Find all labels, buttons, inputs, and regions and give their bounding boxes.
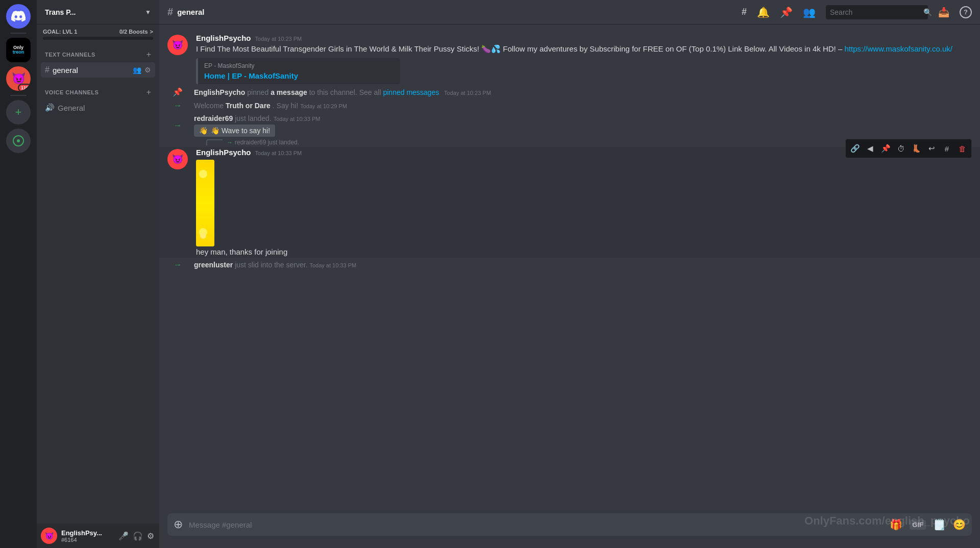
channel-name-general: general: [53, 66, 130, 74]
add-server-button[interactable]: +: [6, 100, 31, 124]
sticker-button[interactable]: 🗒️: [933, 518, 946, 531]
action-kick-button[interactable]: 👢: [909, 141, 923, 156]
gif-image: [196, 160, 214, 246]
add-channel-button[interactable]: +: [146, 50, 151, 59]
help-icon[interactable]: ?: [960, 6, 972, 18]
members-icon[interactable]: 👥: [803, 6, 816, 18]
message-group-5: 😈 EnglishPsycho Today at 10:33 PM hey ma…: [159, 147, 980, 258]
search-box[interactable]: 🔍: [826, 5, 928, 19]
explore-button[interactable]: [6, 129, 31, 153]
topbar-channel: # general: [167, 6, 204, 18]
voice-channels-section: VOICE CHANNELS + 🔊 General: [37, 82, 159, 115]
system-join-icon-3: →: [167, 260, 188, 269]
server-sidebar: Only treon 😈 119 +: [0, 0, 37, 548]
wave-label: 👋 Wave to say hi!: [211, 127, 270, 135]
gift-button[interactable]: 🎁: [890, 518, 902, 531]
embed-title-1: Home | EP - MaskofSanity: [204, 71, 394, 80]
message-group-1: 😈 EnglishPsycho Today at 10:23 PM I Find…: [159, 33, 980, 85]
message-author-1[interactable]: EnglishPsycho: [196, 34, 251, 42]
server-header-chevron: ▼: [145, 9, 151, 16]
server-name: Trans P...: [45, 8, 145, 16]
message-link-1[interactable]: https://www.maskofsanity.co.uk/: [844, 44, 952, 53]
system-join-truth-or-dare: → Welcome Truth or Dare . Say hi! Today …: [159, 99, 980, 112]
voice-channel-general[interactable]: 🔊 General: [41, 100, 155, 115]
channel-item-general[interactable]: # general 👥 ⚙: [41, 62, 155, 78]
text-channels-section: TEXT CHANNELS + # general 👥 ⚙: [37, 44, 159, 78]
topbar-icons: # 🔔 📌 👥 🔍 📥 ?: [742, 5, 972, 19]
pin-icon[interactable]: 📌: [780, 6, 793, 18]
search-input[interactable]: [830, 8, 919, 16]
bell-icon[interactable]: 🔔: [757, 6, 770, 18]
channel-hash-icon: #: [45, 65, 50, 74]
voice-channel-icon: 🔊: [45, 103, 55, 112]
search-icon: 🔍: [923, 8, 932, 16]
topbar: # general # 🔔 📌 👥 🔍 📥 ?: [159, 0, 980, 24]
threads-icon[interactable]: #: [742, 7, 747, 17]
discord-home-icon[interactable]: [6, 4, 31, 29]
system-pin-message: 📌 EnglishPsycho pinned a message to this…: [159, 85, 980, 99]
input-actions: 🎁 GIF 🗒️ 😊: [890, 518, 966, 531]
boost-bar: GOAL: LVL 1 0/2 Boosts >: [37, 24, 159, 44]
mute-button[interactable]: 🎤: [117, 530, 130, 542]
user-settings-button[interactable]: ⚙: [146, 530, 155, 542]
onlytreon-server-icon[interactable]: Only treon: [6, 38, 31, 62]
username: EnglishPsy...: [61, 529, 113, 537]
main-area: # general # 🔔 📌 👥 🔍 📥 ? 😈 EnglishPsycho: [159, 0, 980, 548]
system-join-text-2: redraider69 just landed. Today at 10:33 …: [194, 114, 320, 137]
message-avatar-5[interactable]: 😈: [167, 149, 188, 169]
user-area: 😈 EnglishPsy... #6164 🎤 🎧 ⚙: [37, 524, 159, 548]
svg-point-1: [17, 139, 20, 142]
message-avatar-1[interactable]: 😈: [167, 35, 188, 55]
message-actions-toolbar: 🔗 ◀ 📌 ⏱ 👢 ↩ # 🗑: [845, 139, 972, 158]
voice-channel-name: General: [58, 104, 85, 112]
pin-message-text: a message: [271, 88, 307, 96]
message-author-5[interactable]: EnglishPsycho: [196, 148, 251, 157]
embed-1: EP - MaskofSanity Home | EP - MaskofSani…: [196, 58, 400, 84]
user-avatar[interactable]: 😈: [41, 528, 57, 544]
action-reply-back-button[interactable]: ◀: [863, 141, 877, 156]
attach-button[interactable]: ⊕: [174, 518, 183, 531]
deafen-button[interactable]: 🎧: [132, 530, 144, 542]
boost-goal-row: GOAL: LVL 1 0/2 Boosts >: [43, 29, 153, 35]
inbox-icon[interactable]: 📥: [938, 7, 949, 18]
action-tag-button[interactable]: #: [940, 141, 954, 156]
system-join-redraider69: → redraider69 just landed. Today at 10:3…: [159, 112, 980, 139]
gif-button[interactable]: GIF: [910, 520, 926, 530]
messages-area: 😈 EnglishPsycho Today at 10:23 PM I Find…: [159, 24, 980, 513]
message-timestamp-1: Today at 10:23 PM: [255, 36, 302, 42]
wave-button[interactable]: 👋 👋 Wave to say hi!: [194, 124, 275, 137]
server-header[interactable]: Trans P... ▼: [37, 0, 159, 24]
channel-actions: 👥 ⚙: [133, 66, 151, 74]
action-link-button[interactable]: 🔗: [848, 141, 862, 156]
onlytreon-logo: Only treon: [13, 45, 24, 55]
action-delete-button[interactable]: 🗑: [955, 141, 969, 156]
channel-members-icon[interactable]: 👥: [133, 66, 141, 74]
voice-channels-label: VOICE CHANNELS: [45, 89, 99, 95]
user-discriminator: #6164: [61, 537, 113, 543]
pinned-messages-link[interactable]: pinned messages: [383, 88, 439, 96]
voice-channels-category[interactable]: VOICE CHANNELS +: [41, 86, 155, 99]
add-voice-channel-button[interactable]: +: [146, 88, 151, 97]
action-pin-button[interactable]: 📌: [878, 141, 893, 156]
embed-link-1[interactable]: Home | EP - MaskofSanity: [204, 71, 298, 80]
message-content-5: hey man, thanks for joining: [196, 246, 972, 257]
emoji-button[interactable]: 😊: [953, 518, 966, 531]
server-pornhub-icon[interactable]: 😈 119: [6, 66, 31, 91]
system-join-text-1: Welcome Truth or Dare . Say hi! Today at…: [194, 102, 347, 110]
wave-icon: 👋: [199, 127, 208, 135]
system-pin-text: EnglishPsycho pinned a message to this c…: [194, 88, 491, 96]
server-divider: [10, 33, 27, 34]
server-divider-2: [10, 95, 27, 96]
message-content-1: I Find The Most Beautiful Transgender Gi…: [196, 43, 972, 54]
pin-author: EnglishPsycho: [194, 88, 245, 96]
topbar-channel-name: general: [177, 8, 204, 16]
channel-settings-icon[interactable]: ⚙: [144, 66, 151, 74]
join-name-3: greenluster: [194, 261, 233, 269]
message-timestamp-5: Today at 10:33 PM: [255, 150, 302, 156]
text-channels-category[interactable]: TEXT CHANNELS +: [41, 48, 155, 61]
action-reply-button[interactable]: ↩: [924, 141, 939, 156]
user-info: EnglishPsy... #6164: [61, 529, 113, 543]
action-timeout-button[interactable]: ⏱: [894, 141, 908, 156]
message-input[interactable]: [189, 515, 884, 535]
topbar-hash-icon: #: [167, 6, 173, 18]
